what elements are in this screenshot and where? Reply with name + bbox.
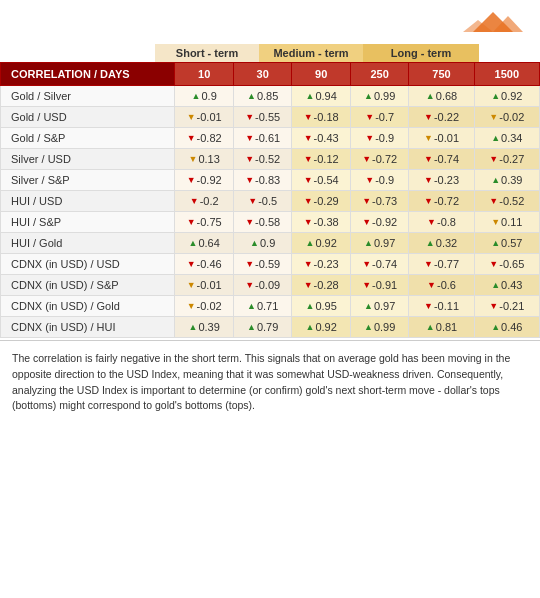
- data-cell: ▲0.9: [233, 233, 292, 254]
- data-cell: ▼-0.2: [175, 191, 234, 212]
- direction-arrow-icon: ▲: [364, 238, 373, 248]
- data-cell: ▼-0.22: [409, 107, 474, 128]
- data-cell: ▲0.94: [292, 86, 351, 107]
- direction-arrow-icon: ▲: [491, 175, 500, 185]
- cell-value: 0.34: [501, 132, 522, 144]
- logo-wrap: [458, 10, 528, 38]
- cell-value: -0.18: [314, 111, 339, 123]
- cell-value: -0.61: [255, 132, 280, 144]
- cell-value: -0.12: [314, 153, 339, 165]
- direction-arrow-icon: ▼: [304, 217, 313, 227]
- data-cell: ▼-0.21: [474, 296, 539, 317]
- direction-arrow-icon: ▼: [365, 112, 374, 122]
- cell-value: -0.75: [197, 216, 222, 228]
- table-row: HUI / S&P▼-0.75▼-0.58▼-0.38▼-0.92▼-0.8▼0…: [1, 212, 540, 233]
- data-cell: ▲0.34: [474, 128, 539, 149]
- data-cell: ▼-0.11: [409, 296, 474, 317]
- cell-value: 0.81: [436, 321, 457, 333]
- data-cell: ▲0.79: [233, 317, 292, 338]
- data-cell: ▼-0.28: [292, 275, 351, 296]
- data-cell: ▲0.85: [233, 86, 292, 107]
- cell-value: 0.94: [315, 90, 336, 102]
- cell-value: -0.22: [434, 111, 459, 123]
- cell-value: 0.85: [257, 90, 278, 102]
- table-row: HUI / USD▼-0.2▼-0.5▼-0.29▼-0.73▼-0.72▼-0…: [1, 191, 540, 212]
- cell-value: -0.23: [434, 174, 459, 186]
- direction-arrow-icon: ▼: [190, 196, 199, 206]
- row-label: Silver / USD: [1, 149, 175, 170]
- cell-value: -0.92: [372, 216, 397, 228]
- data-cell: ▼-0.9: [350, 128, 409, 149]
- table-row: Silver / USD▼0.13▼-0.52▼-0.12▼-0.72▼-0.7…: [1, 149, 540, 170]
- cell-value: -0.11: [434, 300, 459, 312]
- data-cell: ▼-0.29: [292, 191, 351, 212]
- direction-arrow-icon: ▼: [187, 280, 196, 290]
- cell-value: -0.92: [197, 174, 222, 186]
- direction-arrow-icon: ▼: [187, 217, 196, 227]
- cell-value: -0.29: [314, 195, 339, 207]
- cell-value: -0.27: [499, 153, 524, 165]
- direction-arrow-icon: ▼: [187, 133, 196, 143]
- cell-value: -0.83: [255, 174, 280, 186]
- cell-value: 0.46: [501, 321, 522, 333]
- cell-value: 0.92: [501, 90, 522, 102]
- cell-value: -0.38: [314, 216, 339, 228]
- row-label: CDNX (in USD) / S&P: [1, 275, 175, 296]
- data-cell: ▼-0.83: [233, 170, 292, 191]
- data-cell: ▼0.11: [474, 212, 539, 233]
- data-cell: ▼-0.02: [175, 296, 234, 317]
- col-header-90: 90: [292, 63, 351, 86]
- direction-arrow-icon: ▲: [305, 301, 314, 311]
- direction-arrow-icon: ▲: [305, 238, 314, 248]
- direction-arrow-icon: ▼: [187, 301, 196, 311]
- data-cell: ▲0.64: [175, 233, 234, 254]
- direction-arrow-icon: ▲: [250, 238, 259, 248]
- data-cell: ▼-0.55: [233, 107, 292, 128]
- table-row: CDNX (in USD) / USD▼-0.46▼-0.59▼-0.23▼-0…: [1, 254, 540, 275]
- data-cell: ▼-0.38: [292, 212, 351, 233]
- data-cell: ▼-0.23: [409, 170, 474, 191]
- data-cell: ▼-0.01: [175, 107, 234, 128]
- cell-value: 0.57: [501, 237, 522, 249]
- cell-value: 0.43: [501, 279, 522, 291]
- data-cell: ▲0.46: [474, 317, 539, 338]
- data-cell: ▼-0.6: [409, 275, 474, 296]
- data-cell: ▼-0.73: [350, 191, 409, 212]
- row-label: Gold / Silver: [1, 86, 175, 107]
- direction-arrow-icon: ▼: [304, 259, 313, 269]
- cell-value: 0.39: [198, 321, 219, 333]
- direction-arrow-icon: ▲: [426, 91, 435, 101]
- direction-arrow-icon: ▲: [247, 301, 256, 311]
- cell-value: -0.28: [314, 279, 339, 291]
- direction-arrow-icon: ▼: [491, 217, 500, 227]
- cell-value: -0.6: [437, 279, 456, 291]
- direction-arrow-icon: ▲: [364, 301, 373, 311]
- direction-arrow-icon: ▼: [304, 175, 313, 185]
- data-cell: ▼-0.52: [474, 191, 539, 212]
- cell-value: 0.92: [315, 321, 336, 333]
- data-cell: ▼-0.02: [474, 107, 539, 128]
- table-row: CDNX (in USD) / HUI▲0.39▲0.79▲0.92▲0.99▲…: [1, 317, 540, 338]
- direction-arrow-icon: ▲: [305, 322, 314, 332]
- cell-value: 0.95: [315, 300, 336, 312]
- data-cell: ▲0.57: [474, 233, 539, 254]
- data-cell: ▼-0.92: [175, 170, 234, 191]
- row-label: Gold / USD: [1, 107, 175, 128]
- logo-mountain-icon: [458, 10, 528, 38]
- direction-arrow-icon: ▲: [426, 322, 435, 332]
- data-cell: ▼-0.72: [409, 191, 474, 212]
- direction-arrow-icon: ▲: [491, 322, 500, 332]
- direction-arrow-icon: ▼: [304, 112, 313, 122]
- cell-value: -0.52: [499, 195, 524, 207]
- direction-arrow-icon: ▼: [245, 175, 254, 185]
- direction-arrow-icon: ▼: [187, 112, 196, 122]
- cell-value: 0.99: [374, 90, 395, 102]
- data-cell: ▼-0.7: [350, 107, 409, 128]
- data-cell: ▼-0.18: [292, 107, 351, 128]
- direction-arrow-icon: ▼: [427, 217, 436, 227]
- direction-arrow-icon: ▲: [491, 133, 500, 143]
- data-cell: ▼-0.91: [350, 275, 409, 296]
- data-cell: ▼-0.65: [474, 254, 539, 275]
- direction-arrow-icon: ▲: [491, 91, 500, 101]
- direction-arrow-icon: ▲: [364, 322, 373, 332]
